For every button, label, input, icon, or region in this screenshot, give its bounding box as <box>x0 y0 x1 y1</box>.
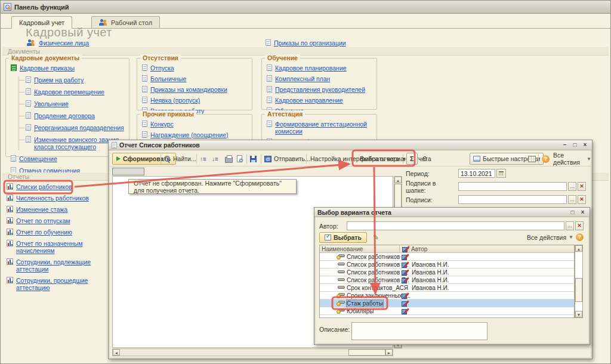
variant-dialog-titlebar[interactable]: Выбор варианта отчета □ × <box>314 208 590 217</box>
link-label[interactable]: Физические лица <box>39 39 89 47</box>
tab-personnel[interactable]: Кадровый учет <box>11 16 72 29</box>
report-dialog-titlebar[interactable]: Отчет Список работников – □ × <box>109 140 592 150</box>
find-button[interactable]: Найти... <box>164 153 196 165</box>
link-item[interactable]: Увольнение <box>19 100 125 107</box>
sum-button[interactable]: Σ <box>406 153 418 165</box>
link-item[interactable]: Кадровые приказы <box>11 64 125 72</box>
link-item[interactable]: Реорганизация подразделения <box>19 124 125 131</box>
link-org-orders[interactable]: Приказы по организации <box>266 39 346 47</box>
all-actions-button[interactable]: Все действия ▼ ? <box>527 233 584 241</box>
ellipsis-button[interactable]: ... <box>568 182 576 191</box>
variant-table-header[interactable]: Наименование Автор <box>320 245 574 253</box>
calendar-icon[interactable] <box>496 169 506 178</box>
scrollbar-thumb[interactable] <box>348 349 385 356</box>
save-button[interactable] <box>250 153 257 165</box>
variant-row[interactable]: Список работников <box>320 253 574 261</box>
clear-icon[interactable]: ✕ <box>575 221 584 230</box>
variant-row[interactable]: Список работников д..Иванова Н.И. <box>320 269 574 276</box>
column-name[interactable]: Наименование <box>320 245 400 252</box>
link-item[interactable]: Формирование аттестационной комиссии <box>267 121 373 135</box>
scroll-up-icon[interactable]: ▲ <box>394 177 402 183</box>
link-item[interactable]: Численность работников <box>7 195 109 202</box>
choose-button[interactable]: Выбрать <box>319 232 367 243</box>
column-author[interactable]: Автор <box>409 245 574 252</box>
link-item[interactable]: Сотрудники, подлежащие аттестации <box>7 258 109 273</box>
layout-settings-button[interactable] <box>528 153 536 165</box>
link-label[interactable]: Формирование аттестационной комиссии <box>275 121 373 135</box>
clear-icon[interactable]: ✕ <box>578 182 586 191</box>
link-label[interactable]: Изменение стажа <box>16 206 67 213</box>
variant-row[interactable]: Срок контрактов_АСЯИванова Н.И. <box>320 284 574 292</box>
link-item[interactable]: Продление договора <box>19 112 125 119</box>
scrollbar-thumb[interactable] <box>575 278 582 302</box>
maximize-icon[interactable]: □ <box>569 209 576 215</box>
link-label[interactable]: Кадровое перемещение <box>34 88 104 95</box>
link-label[interactable]: Больничные <box>150 75 186 82</box>
link-label[interactable]: Отчет по назначенным начислениям <box>16 240 109 254</box>
signs-field[interactable] <box>458 195 567 204</box>
link-label[interactable]: Реорганизация подразделения <box>34 124 124 131</box>
link-item[interactable]: Отчет по отпускам <box>7 217 109 224</box>
link-label[interactable]: Комплексный план <box>275 75 330 82</box>
author-field[interactable] <box>347 221 564 230</box>
link-label[interactable]: Отпуска <box>150 64 174 72</box>
link-item[interactable]: Кадровое перемещение <box>19 88 125 95</box>
close-icon[interactable]: × <box>579 209 587 215</box>
link-item[interactable]: Приказы на командировки <box>142 86 248 93</box>
link-item[interactable]: Комплексный план <box>267 75 373 82</box>
link-label[interactable]: Кадровые приказы <box>20 64 75 72</box>
all-actions-button[interactable]: Все действия ▼ <box>553 153 591 165</box>
scrollbar-thumb[interactable] <box>394 184 402 208</box>
send-button[interactable]: @ Отправить... <box>264 153 310 165</box>
sort-desc-button[interactable]: ↓≡ <box>212 153 218 165</box>
link-item[interactable]: Кадровое планирование <box>267 64 373 72</box>
description-box[interactable] <box>351 322 487 340</box>
close-icon[interactable]: × <box>581 142 589 148</box>
link-label[interactable]: Списки работников <box>16 183 72 190</box>
variant-row[interactable]: Список работников а..Иванова Н.И. <box>320 261 574 269</box>
select-variant-button[interactable]: Выбрать вариант отчета <box>360 153 431 165</box>
edit-pencil-icon[interactable]: ✎ <box>373 234 379 241</box>
minimize-icon[interactable]: – <box>561 142 569 148</box>
link-item[interactable]: Сотрудники, прошедшие аттестацию <box>7 277 109 291</box>
variant-row[interactable]: Стаж работы <box>320 300 574 307</box>
link-item[interactable]: Конкурс <box>142 121 248 128</box>
link-item[interactable]: Награждение (поощрение) <box>142 131 248 138</box>
link-label[interactable]: Сотрудники, подлежащие аттестации <box>16 258 109 273</box>
link-individuals[interactable]: Физические лица <box>27 39 89 47</box>
horizontal-scrollbar[interactable]: ◄ ► <box>112 348 393 356</box>
header-signs-field[interactable] <box>458 182 567 191</box>
column-apply[interactable] <box>400 245 409 252</box>
link-label[interactable]: Представления руководителей <box>275 86 365 93</box>
link-label[interactable]: Отчет по отпускам <box>16 217 70 224</box>
print-preview-button[interactable] <box>237 153 242 165</box>
link-item[interactable]: Больничные <box>142 75 248 82</box>
link-label[interactable]: Прием на работу <box>34 76 84 84</box>
scroll-down-icon[interactable]: ▼ <box>575 311 582 317</box>
variant-table-scrollbar[interactable]: ▲ ▼ <box>575 245 583 318</box>
maximize-icon[interactable]: □ <box>571 142 579 148</box>
print-button[interactable] <box>225 153 233 165</box>
link-item[interactable]: Отпуска <box>142 64 248 72</box>
link-label[interactable]: Кадровое планирование <box>275 64 347 72</box>
link-label[interactable]: Награждение (поощрение) <box>150 131 229 138</box>
link-label[interactable]: Отчет по обучению <box>16 229 72 236</box>
variant-row[interactable]: Список работников П..Иванова Н.И. <box>320 276 574 284</box>
link-item[interactable]: Отчет по назначенным начислениям <box>7 240 109 254</box>
link-item[interactable]: Изменение стажа <box>7 206 109 213</box>
cell-reference-field[interactable] <box>112 168 144 175</box>
ellipsis-button[interactable]: ... <box>568 195 576 204</box>
link-item[interactable]: Прием на работу <box>19 76 125 84</box>
link-label[interactable]: Сотрудники, прошедшие аттестацию <box>16 277 109 291</box>
scroll-left-icon[interactable]: ◄ <box>113 349 120 356</box>
scroll-up-icon[interactable]: ▲ <box>575 245 582 252</box>
link-label[interactable]: Неявка (пропуск) <box>150 97 200 104</box>
help-button[interactable]: ? <box>542 153 550 165</box>
link-item[interactable]: Кадровое направление <box>267 97 373 104</box>
period-field[interactable] <box>458 169 495 178</box>
link-item[interactable]: Списки работников <box>7 183 109 190</box>
link-item[interactable]: Представления руководителей <box>267 86 373 93</box>
link-label[interactable]: Совмещение <box>19 155 57 162</box>
clear-icon[interactable]: ✕ <box>578 195 586 204</box>
scroll-right-icon[interactable]: ► <box>385 349 393 356</box>
